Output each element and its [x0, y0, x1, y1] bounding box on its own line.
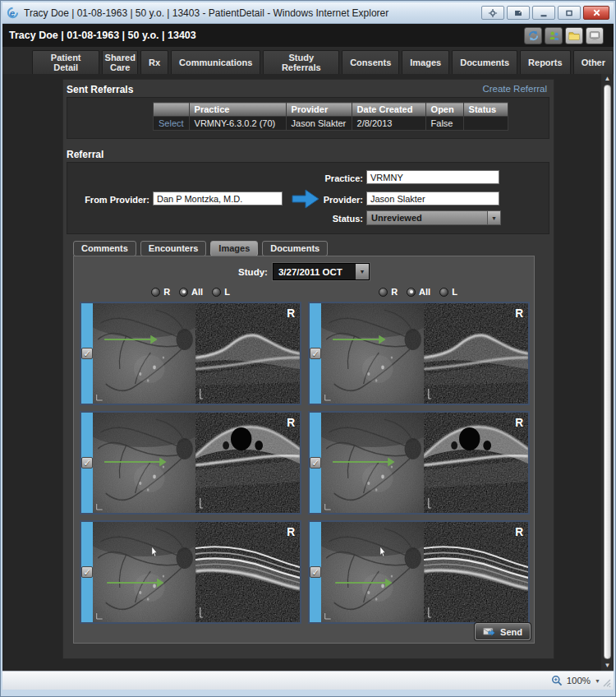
- subtab-comments[interactable]: Comments: [73, 241, 136, 256]
- minimize-button[interactable]: [532, 6, 555, 20]
- images-panel: Study: 3/27/2011 OCT ▼ R All L R All L: [73, 256, 535, 644]
- subtab-documents[interactable]: Documents: [262, 241, 328, 256]
- documents-folder-button[interactable]: [565, 27, 583, 44]
- table-header-row: Practice Provider Date Created Open Stat…: [154, 103, 508, 117]
- image-cell[interactable]: ✓ R: [80, 520, 301, 624]
- popup-button[interactable]: [507, 6, 530, 20]
- cell-provider: Jason Slakter: [286, 117, 352, 131]
- tab-images[interactable]: Images: [402, 50, 449, 74]
- browser-window: e Tracy Doe | 01-08-1963 | 50 y.o. | 134…: [0, 0, 616, 697]
- study-dropdown[interactable]: 3/27/2011 OCT ▼: [273, 263, 370, 280]
- tab-study-referrals[interactable]: Study Referrals: [263, 50, 339, 74]
- oct-scan-image: R: [424, 413, 528, 513]
- tab-shared-care[interactable]: Shared Care: [102, 50, 138, 74]
- status-value: Unreviewed: [367, 211, 487, 224]
- practice-input[interactable]: [366, 170, 499, 184]
- provider-input[interactable]: [366, 192, 499, 205]
- radio-l[interactable]: L: [212, 287, 230, 297]
- image-checkbox[interactable]: ✓: [310, 457, 321, 469]
- care-team-button[interactable]: [545, 27, 563, 44]
- image-checkbox[interactable]: ✓: [81, 348, 93, 359]
- scroll-up-icon[interactable]: ▲: [601, 74, 614, 84]
- oct-scan-image: R: [195, 303, 300, 404]
- image-select-strip: ✓: [310, 413, 321, 513]
- subtab-images[interactable]: Images: [210, 241, 258, 256]
- compatibility-button[interactable]: [481, 6, 504, 20]
- image-select-strip: ✓: [81, 303, 93, 404]
- image-cell[interactable]: ✓ R: [308, 520, 530, 624]
- col-provider: Provider: [286, 103, 352, 117]
- tab-other[interactable]: Other: [573, 50, 614, 74]
- resize-grip[interactable]: [603, 679, 611, 687]
- cell-open: False: [425, 117, 463, 131]
- people-icon: [548, 30, 560, 42]
- tab-rx[interactable]: Rx: [140, 50, 168, 74]
- oct-scan-image: R: [424, 522, 528, 622]
- folder-icon: [568, 30, 581, 42]
- restore-button[interactable]: [558, 6, 581, 20]
- image-checkbox[interactable]: ✓: [81, 457, 93, 469]
- oct-scan-image: R: [195, 413, 300, 513]
- study-value: 3/27/2011 OCT: [274, 264, 356, 279]
- radio-l[interactable]: L: [439, 287, 457, 297]
- col-practice: Practice: [189, 103, 286, 117]
- col-open: Open: [425, 103, 463, 117]
- tab-patient-detail[interactable]: Patient Detail: [32, 50, 99, 74]
- oct-scan-image: R: [195, 522, 300, 622]
- sync-button[interactable]: [524, 27, 542, 44]
- referral-main-panel: Sent Referrals Create Referral Practice …: [62, 79, 554, 659]
- title-bar: e Tracy Doe | 01-08-1963 | 50 y.o. | 134…: [2, 2, 614, 24]
- sync-icon: [527, 30, 540, 42]
- radio-all[interactable]: All: [179, 287, 203, 297]
- eye-label: R: [515, 525, 523, 538]
- tab-consents[interactable]: Consents: [342, 50, 399, 74]
- monitor-icon: [588, 30, 601, 42]
- scrollbar-thumb[interactable]: [604, 85, 611, 659]
- eye-filter-right: R All L: [307, 287, 529, 297]
- fundus-image: [321, 413, 424, 513]
- fundus-image: [93, 522, 195, 622]
- eye-label: R: [287, 525, 295, 538]
- fundus-image: [93, 303, 195, 404]
- vertical-scrollbar[interactable]: ▲ ▼: [601, 74, 614, 671]
- send-button-label: Send: [500, 627, 522, 637]
- provider-label: Provider:: [273, 195, 363, 205]
- select-row-link[interactable]: Select: [159, 118, 184, 128]
- from-provider-input[interactable]: [153, 192, 283, 205]
- close-button[interactable]: [583, 6, 609, 20]
- zoom-magnifier-icon: [551, 675, 563, 686]
- zoom-level: 100%: [567, 676, 591, 685]
- cell-status: [463, 117, 508, 131]
- radio-r[interactable]: R: [379, 287, 398, 297]
- tab-documents[interactable]: Documents: [452, 50, 517, 74]
- send-button[interactable]: Send: [475, 623, 531, 640]
- image-checkbox[interactable]: ✓: [81, 566, 93, 578]
- main-nav-tabs: Patient Detail Shared Care Rx Communicat…: [2, 47, 614, 74]
- zoom-dropdown-icon[interactable]: ▼: [595, 678, 600, 684]
- image-checkbox[interactable]: ✓: [310, 566, 321, 578]
- chevron-down-icon: ▼: [359, 269, 365, 275]
- tab-reports[interactable]: Reports: [520, 50, 571, 74]
- status-dropdown[interactable]: Unreviewed ▼: [366, 210, 501, 225]
- col-select: [154, 103, 190, 117]
- display-button[interactable]: [586, 27, 604, 44]
- create-referral-link[interactable]: Create Referral: [482, 84, 547, 94]
- radio-all[interactable]: All: [407, 287, 430, 297]
- image-cell[interactable]: ✓ R: [80, 411, 301, 515]
- sent-referrals-title: Sent Referrals: [67, 84, 133, 95]
- image-cell[interactable]: ✓ R: [80, 302, 301, 405]
- tab-communications[interactable]: Communications: [171, 50, 260, 74]
- send-mail-icon: [483, 627, 496, 637]
- image-select-strip: ✓: [81, 413, 93, 513]
- subtab-encounters[interactable]: Encounters: [140, 241, 207, 256]
- from-provider-label: From Provider:: [67, 195, 149, 205]
- image-cell[interactable]: ✓ R: [308, 302, 530, 405]
- image-cell[interactable]: ✓ R: [308, 411, 530, 515]
- image-checkbox[interactable]: ✓: [310, 348, 321, 359]
- image-grid: ✓ R ✓: [80, 302, 530, 624]
- fundus-image: [93, 413, 195, 513]
- cell-date-created: 2/8/2013: [352, 117, 425, 131]
- scroll-down-icon[interactable]: ▼: [601, 661, 614, 671]
- radio-r[interactable]: R: [151, 287, 170, 297]
- window-title: Tracy Doe | 01-08-1963 | 50 y.o. | 13403…: [24, 7, 481, 19]
